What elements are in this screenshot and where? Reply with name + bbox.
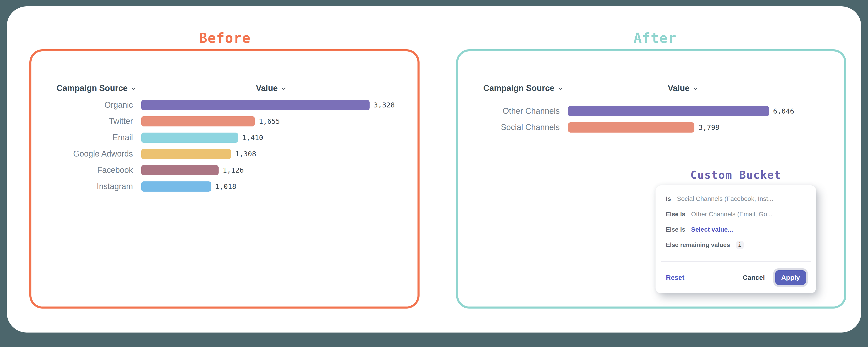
table-row: Organic3,328 xyxy=(31,97,417,113)
column-header-campaign-source[interactable]: Campaign Source xyxy=(483,83,563,93)
table-row: Other Channels6,046 xyxy=(458,103,844,119)
info-icon[interactable]: i xyxy=(736,241,744,249)
before-title: Before xyxy=(199,30,251,46)
value-bar xyxy=(141,100,370,110)
app-card: Before After Campaign Source Value Organ… xyxy=(7,6,861,332)
value-label: 3,799 xyxy=(699,123,719,132)
value-label: 1,410 xyxy=(242,134,263,142)
column-header-label: Campaign Source xyxy=(483,84,555,93)
table-row: Twitter1,655 xyxy=(31,113,417,129)
rule-keyword: Else Is xyxy=(666,211,685,218)
chevron-down-icon xyxy=(130,86,137,92)
value-bar xyxy=(141,133,238,143)
row-label: Organic xyxy=(31,100,133,110)
reset-button[interactable]: Reset xyxy=(666,274,684,281)
before-panel: Campaign Source Value Organic3,328Twitte… xyxy=(29,49,420,309)
column-header-label: Campaign Source xyxy=(57,84,128,93)
bucket-rule-row: Else IsSelect value... xyxy=(666,222,810,237)
value-bar xyxy=(141,165,219,175)
rule-keyword: Else Is xyxy=(666,226,685,233)
value-label: 6,046 xyxy=(773,107,794,115)
value-label: 1,018 xyxy=(215,182,236,191)
value-bar xyxy=(141,149,231,159)
custom-bucket-dialog: IsSocial Channels (Facebook, Inst...Else… xyxy=(655,185,816,293)
row-label: Twitter xyxy=(31,116,133,126)
bucket-rules-list: IsSocial Channels (Facebook, Inst...Else… xyxy=(666,191,810,253)
chevron-down-icon xyxy=(557,86,563,92)
table-row: Email1,410 xyxy=(31,129,417,146)
chevron-down-icon xyxy=(281,86,287,92)
value-bar xyxy=(568,106,769,116)
canvas: { "colors": { "background": "#4C666C", "… xyxy=(0,0,868,347)
column-header-value[interactable]: Value xyxy=(668,83,699,93)
bucket-rule-row: Else IsOther Channels (Email, Go... xyxy=(666,206,810,222)
row-label: Google Adwords xyxy=(31,149,133,158)
column-header-label: Value xyxy=(256,84,278,93)
value-bar xyxy=(141,181,211,192)
row-label: Email xyxy=(31,133,133,142)
dialog-footer: Reset Cancel Apply xyxy=(661,261,811,293)
value-label: 1,655 xyxy=(259,117,280,125)
value-bar xyxy=(141,116,255,126)
value-bar xyxy=(568,122,694,133)
before-table-rows: Organic3,328Twitter1,655Email1,410Google… xyxy=(31,97,417,195)
row-label: Facebook xyxy=(31,165,133,175)
row-label: Instagram xyxy=(31,182,133,191)
after-title: After xyxy=(633,30,677,46)
bucket-rule-row: Else remaining valuesi xyxy=(666,237,810,253)
apply-button[interactable]: Apply xyxy=(775,270,806,285)
value-label: 1,126 xyxy=(223,166,244,174)
after-table-rows: Other Channels6,046Social Channels3,799 xyxy=(458,103,844,136)
row-label: Other Channels xyxy=(458,106,560,116)
bucket-rule-row: IsSocial Channels (Facebook, Inst... xyxy=(666,191,810,206)
row-label: Social Channels xyxy=(458,123,560,132)
chevron-down-icon xyxy=(692,86,699,92)
table-row: Social Channels3,799 xyxy=(458,119,844,136)
rule-value[interactable]: Social Channels (Facebook, Inst... xyxy=(677,195,773,202)
custom-bucket-title: Custom Bucket xyxy=(690,169,781,181)
table-row: Google Adwords1,308 xyxy=(31,146,417,162)
rule-keyword: Is xyxy=(666,196,671,202)
value-label: 3,328 xyxy=(374,101,395,109)
column-header-label: Value xyxy=(668,84,690,93)
table-row: Facebook1,126 xyxy=(31,162,417,178)
cancel-button[interactable]: Cancel xyxy=(743,274,765,281)
column-header-campaign-source[interactable]: Campaign Source xyxy=(57,83,137,93)
column-header-value[interactable]: Value xyxy=(256,83,287,93)
table-row: Instagram1,018 xyxy=(31,178,417,195)
rule-keyword: Else remaining values xyxy=(666,241,730,249)
rule-value[interactable]: Other Channels (Email, Go... xyxy=(691,211,772,218)
rule-value[interactable]: Select value... xyxy=(691,226,733,233)
value-label: 1,308 xyxy=(235,150,256,158)
